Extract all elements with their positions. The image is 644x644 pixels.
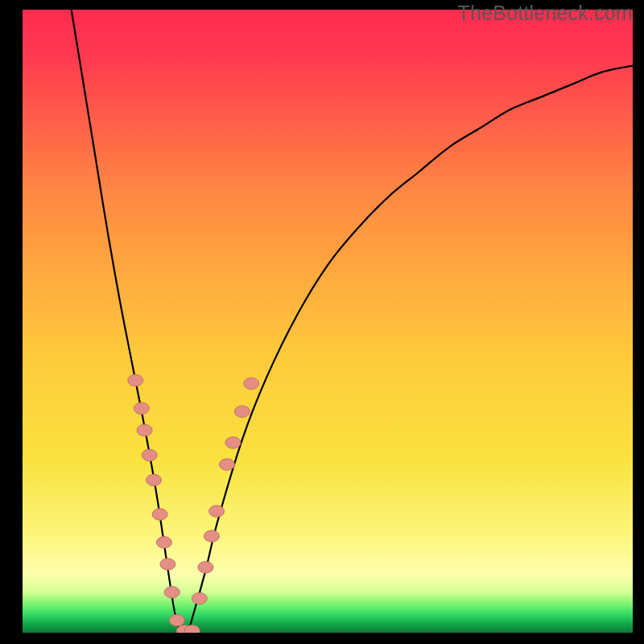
marker-dot	[128, 374, 143, 386]
marker-dot	[198, 562, 213, 573]
marker-dot	[142, 449, 157, 460]
marker-dot	[244, 378, 259, 389]
marker-dot	[225, 437, 241, 448]
marker-dot	[204, 530, 219, 542]
marker-dot	[160, 559, 175, 570]
watermark-text: TheBottleneck.com	[458, 2, 633, 25]
marker-dot	[234, 406, 250, 417]
marker-dot	[219, 459, 234, 470]
marker-dot	[146, 474, 161, 485]
marker-dot	[169, 614, 184, 625]
chart-plot	[23, 10, 633, 633]
chart-frame: TheBottleneck.com	[0, 0, 644, 644]
marker-dot	[137, 424, 152, 436]
marker-dot	[209, 506, 225, 517]
marker-dot	[192, 592, 207, 604]
marker-dot	[152, 509, 167, 520]
marker-dot	[164, 586, 180, 597]
marker-dot	[134, 402, 149, 414]
marker-dot	[156, 537, 171, 548]
gradient-bg	[23, 10, 633, 633]
